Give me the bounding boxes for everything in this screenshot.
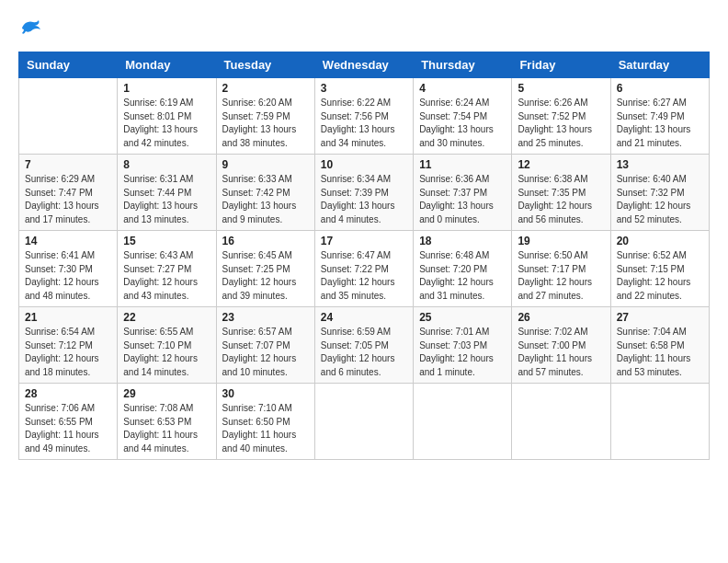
day-info: Sunrise: 6:38 AMSunset: 7:35 PMDaylight:…: [518, 174, 592, 224]
day-number: 14: [25, 235, 111, 247]
weekday-header-thursday: Thursday: [414, 52, 512, 78]
day-number: 7: [25, 158, 111, 171]
calendar-week-row: 28 Sunrise: 7:06 AMSunset: 6:55 PMDaylig…: [19, 384, 710, 460]
day-info: Sunrise: 6:26 AMSunset: 7:52 PMDaylight:…: [518, 98, 592, 148]
day-info: Sunrise: 6:20 AMSunset: 7:59 PMDaylight:…: [222, 98, 297, 148]
calendar-cell: 6 Sunrise: 6:27 AMSunset: 7:49 PMDayligh…: [610, 78, 709, 155]
day-info: Sunrise: 6:52 AMSunset: 7:15 PMDaylight:…: [617, 250, 691, 301]
day-info: Sunrise: 6:40 AMSunset: 7:32 PMDaylight:…: [617, 174, 691, 224]
day-info: Sunrise: 6:19 AMSunset: 8:01 PMDaylight:…: [123, 98, 198, 148]
day-info: Sunrise: 6:24 AMSunset: 7:54 PMDaylight:…: [419, 98, 494, 148]
calendar-cell: 29 Sunrise: 7:08 AMSunset: 6:53 PMDaylig…: [118, 384, 216, 460]
day-number: 25: [419, 311, 506, 324]
day-info: Sunrise: 6:41 AMSunset: 7:30 PMDaylight:…: [25, 250, 99, 301]
calendar-cell: 3 Sunrise: 6:22 AMSunset: 7:56 PMDayligh…: [314, 78, 413, 155]
weekday-header-monday: Monday: [118, 52, 216, 78]
calendar-cell: 28 Sunrise: 7:06 AMSunset: 6:55 PMDaylig…: [19, 384, 118, 460]
day-number: 30: [222, 387, 309, 400]
calendar-cell: 23 Sunrise: 6:57 AMSunset: 7:07 PMDaylig…: [216, 307, 314, 384]
page-header: [18, 18, 710, 37]
calendar-cell: 30 Sunrise: 7:10 AMSunset: 6:50 PMDaylig…: [216, 384, 314, 460]
calendar-cell: [512, 384, 610, 460]
day-number: 23: [222, 311, 309, 324]
day-info: Sunrise: 6:33 AMSunset: 7:42 PMDaylight:…: [222, 174, 297, 224]
day-info: Sunrise: 6:47 AMSunset: 7:22 PMDaylight:…: [321, 250, 395, 301]
weekday-header-tuesday: Tuesday: [216, 52, 314, 78]
weekday-header-friday: Friday: [512, 52, 610, 78]
calendar-cell: 15 Sunrise: 6:43 AMSunset: 7:27 PMDaylig…: [118, 231, 216, 307]
calendar-cell: 22 Sunrise: 6:55 AMSunset: 7:10 PMDaylig…: [118, 307, 216, 384]
day-info: Sunrise: 6:57 AMSunset: 7:07 PMDaylight:…: [222, 327, 297, 377]
day-info: Sunrise: 6:27 AMSunset: 7:49 PMDaylight:…: [617, 98, 691, 148]
day-number: 29: [123, 387, 210, 400]
weekday-header-sunday: Sunday: [19, 52, 118, 78]
logo: [18, 18, 42, 37]
calendar-cell: 26 Sunrise: 7:02 AMSunset: 7:00 PMDaylig…: [512, 307, 610, 384]
calendar-cell: 1 Sunrise: 6:19 AMSunset: 8:01 PMDayligh…: [118, 78, 216, 155]
calendar-cell: 20 Sunrise: 6:52 AMSunset: 7:15 PMDaylig…: [610, 231, 709, 307]
calendar-week-row: 14 Sunrise: 6:41 AMSunset: 7:30 PMDaylig…: [19, 231, 710, 307]
calendar-cell: 19 Sunrise: 6:50 AMSunset: 7:17 PMDaylig…: [512, 231, 610, 307]
day-info: Sunrise: 7:10 AMSunset: 6:50 PMDaylight:…: [222, 403, 297, 454]
day-info: Sunrise: 7:08 AMSunset: 6:53 PMDaylight:…: [123, 403, 198, 454]
calendar-cell: 24 Sunrise: 6:59 AMSunset: 7:05 PMDaylig…: [314, 307, 413, 384]
calendar-cell: [314, 384, 413, 460]
day-number: 27: [617, 311, 703, 324]
calendar-cell: 10 Sunrise: 6:34 AMSunset: 7:39 PMDaylig…: [314, 155, 413, 231]
day-info: Sunrise: 7:04 AMSunset: 6:58 PMDaylight:…: [617, 327, 691, 377]
day-number: 28: [25, 387, 111, 400]
day-number: 21: [25, 311, 111, 324]
calendar-week-row: 1 Sunrise: 6:19 AMSunset: 8:01 PMDayligh…: [19, 78, 710, 155]
calendar-cell: [19, 78, 118, 155]
day-info: Sunrise: 6:29 AMSunset: 7:47 PMDaylight:…: [25, 174, 99, 224]
calendar-cell: 13 Sunrise: 6:40 AMSunset: 7:32 PMDaylig…: [610, 155, 709, 231]
calendar-week-row: 7 Sunrise: 6:29 AMSunset: 7:47 PMDayligh…: [19, 155, 710, 231]
day-number: 16: [222, 235, 309, 247]
calendar-cell: 8 Sunrise: 6:31 AMSunset: 7:44 PMDayligh…: [118, 155, 216, 231]
logo-bird-icon: [20, 18, 42, 37]
day-number: 8: [123, 158, 210, 171]
calendar-cell: 17 Sunrise: 6:47 AMSunset: 7:22 PMDaylig…: [314, 231, 413, 307]
day-number: 11: [419, 158, 506, 171]
calendar-cell: 27 Sunrise: 7:04 AMSunset: 6:58 PMDaylig…: [610, 307, 709, 384]
day-number: 9: [222, 158, 309, 171]
day-number: 15: [123, 235, 210, 247]
day-number: 22: [123, 311, 210, 324]
day-info: Sunrise: 6:34 AMSunset: 7:39 PMDaylight:…: [321, 174, 395, 224]
calendar-cell: 14 Sunrise: 6:41 AMSunset: 7:30 PMDaylig…: [19, 231, 118, 307]
calendar-cell: 5 Sunrise: 6:26 AMSunset: 7:52 PMDayligh…: [512, 78, 610, 155]
day-number: 17: [321, 235, 407, 247]
day-info: Sunrise: 6:55 AMSunset: 7:10 PMDaylight:…: [123, 327, 198, 377]
day-number: 12: [518, 158, 604, 171]
day-number: 26: [518, 311, 604, 324]
day-info: Sunrise: 7:06 AMSunset: 6:55 PMDaylight:…: [25, 403, 99, 454]
day-info: Sunrise: 7:01 AMSunset: 7:03 PMDaylight:…: [419, 327, 494, 377]
day-number: 2: [222, 82, 309, 95]
calendar-cell: 21 Sunrise: 6:54 AMSunset: 7:12 PMDaylig…: [19, 307, 118, 384]
day-number: 6: [617, 82, 703, 95]
calendar-table: SundayMondayTuesdayWednesdayThursdayFrid…: [18, 52, 710, 460]
day-number: 4: [419, 82, 506, 95]
calendar-cell: 25 Sunrise: 7:01 AMSunset: 7:03 PMDaylig…: [414, 307, 512, 384]
day-info: Sunrise: 6:59 AMSunset: 7:05 PMDaylight:…: [321, 327, 395, 377]
day-number: 5: [518, 82, 604, 95]
day-number: 18: [419, 235, 506, 247]
day-number: 1: [123, 82, 210, 95]
calendar-cell: 12 Sunrise: 6:38 AMSunset: 7:35 PMDaylig…: [512, 155, 610, 231]
calendar-cell: 2 Sunrise: 6:20 AMSunset: 7:59 PMDayligh…: [216, 78, 314, 155]
day-number: 20: [617, 235, 703, 247]
day-info: Sunrise: 6:50 AMSunset: 7:17 PMDaylight:…: [518, 250, 592, 301]
calendar-cell: [414, 384, 512, 460]
calendar-cell: 16 Sunrise: 6:45 AMSunset: 7:25 PMDaylig…: [216, 231, 314, 307]
weekday-header-wednesday: Wednesday: [314, 52, 413, 78]
weekday-header-saturday: Saturday: [610, 52, 709, 78]
calendar-cell: [610, 384, 709, 460]
day-info: Sunrise: 6:48 AMSunset: 7:20 PMDaylight:…: [419, 250, 494, 301]
calendar-week-row: 21 Sunrise: 6:54 AMSunset: 7:12 PMDaylig…: [19, 307, 710, 384]
calendar-cell: 9 Sunrise: 6:33 AMSunset: 7:42 PMDayligh…: [216, 155, 314, 231]
day-number: 13: [617, 158, 703, 171]
day-info: Sunrise: 6:31 AMSunset: 7:44 PMDaylight:…: [123, 174, 198, 224]
day-info: Sunrise: 6:45 AMSunset: 7:25 PMDaylight:…: [222, 250, 297, 301]
calendar-cell: 18 Sunrise: 6:48 AMSunset: 7:20 PMDaylig…: [414, 231, 512, 307]
day-info: Sunrise: 6:22 AMSunset: 7:56 PMDaylight:…: [321, 98, 395, 148]
